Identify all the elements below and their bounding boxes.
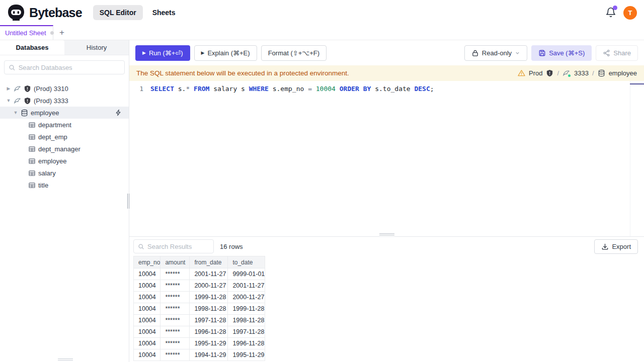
tab-databases[interactable]: Databases — [0, 40, 64, 55]
bytebase-logo[interactable]: Bytebase — [7, 4, 82, 22]
table-cell[interactable]: 10004 — [134, 315, 160, 326]
table-cell[interactable]: 2000-11-27 — [228, 292, 265, 303]
run-label: Run (⌘+⏎) — [149, 49, 183, 57]
table-cell[interactable]: ****** — [160, 268, 190, 280]
sidebar-table-dept_emp[interactable]: dept_emp — [0, 131, 129, 143]
tab-untitled-sheet[interactable]: Untitled Sheet — [0, 25, 53, 40]
table-cell[interactable]: 10004 — [134, 280, 160, 292]
database-label[interactable]: employee — [609, 69, 637, 77]
table-row[interactable]: 10004******1995-11-291996-11-28 — [134, 338, 265, 349]
caret-down-icon[interactable]: ▼ — [13, 110, 18, 115]
table-cell[interactable]: 10004 — [134, 268, 160, 280]
shield-icon — [24, 85, 31, 93]
table-name: department — [38, 121, 71, 129]
table-cell[interactable]: ****** — [160, 315, 190, 326]
header-right: T — [605, 6, 637, 20]
database-search-input[interactable] — [19, 64, 120, 71]
column-header-to_date[interactable]: to_date — [228, 256, 265, 268]
table-cell[interactable]: 1997-11-28 — [228, 326, 265, 338]
table-name: dept_emp — [38, 133, 67, 141]
table-cell[interactable]: 10004 — [134, 292, 160, 303]
editor-scrollbar[interactable] — [630, 81, 644, 236]
table-cell[interactable]: ****** — [160, 338, 190, 349]
readonly-mode-dropdown[interactable]: Read-only — [464, 45, 527, 61]
caret-right-icon[interactable]: ▶ — [6, 86, 11, 91]
sidebar-table-dept_manager[interactable]: dept_manager — [0, 143, 129, 155]
sql-editor[interactable]: 1 SELECT s.* FROM salary s WHERE s.emp_n… — [129, 81, 644, 236]
save-button[interactable]: Save (⌘+S) — [531, 45, 592, 61]
table-cell[interactable]: 1998-11-28 — [190, 303, 228, 315]
table-cell[interactable]: ****** — [160, 292, 190, 303]
nav-sheets[interactable]: Sheets — [146, 5, 182, 20]
results-resize-handle[interactable] — [379, 233, 394, 235]
brand-name: Bytebase — [29, 6, 82, 20]
table-row[interactable]: 10004******1994-11-291995-11-29 — [134, 349, 265, 361]
format-button[interactable]: Format (⇧+⌥+F) — [261, 45, 327, 61]
nav-sql-editor[interactable]: SQL Editor — [93, 5, 143, 20]
quick-action-bolt-icon[interactable] — [115, 109, 122, 116]
table-cell[interactable]: 1996-11-28 — [228, 338, 265, 349]
save-icon — [538, 49, 546, 57]
run-button[interactable]: ▶ Run (⌘+⏎) — [135, 45, 190, 61]
instance-label[interactable]: 3333 — [574, 69, 589, 77]
instance-prod-3333[interactable]: ▼ (Prod) 3333 — [0, 95, 129, 107]
export-button[interactable]: Export — [594, 239, 638, 254]
table-cell[interactable]: 1995-11-29 — [190, 338, 228, 349]
table-cell[interactable]: 1997-11-28 — [190, 315, 228, 326]
table-row[interactable]: 10004******1996-11-281997-11-28 — [134, 326, 265, 338]
avatar[interactable]: T — [623, 6, 637, 20]
table-cell[interactable]: 2001-11-27 — [228, 280, 265, 292]
row-count: 16 rows — [220, 243, 243, 250]
results-search-input[interactable] — [147, 243, 209, 250]
table-row[interactable]: 10004******2001-11-279999-01-01 — [134, 268, 265, 280]
caret-down-icon[interactable]: ▼ — [6, 98, 11, 103]
share-button[interactable]: Share — [596, 45, 638, 61]
table-row[interactable]: 10004******1998-11-281999-11-28 — [134, 303, 265, 315]
database-search[interactable] — [4, 60, 125, 74]
sheet-tab-strip: Untitled Sheet + — [0, 25, 644, 40]
table-cell[interactable]: 10004 — [134, 303, 160, 315]
column-header-amount[interactable]: amount — [160, 256, 190, 268]
table-cell[interactable]: 10004 — [134, 338, 160, 349]
results-table: emp_noamountfrom_dateto_date 10004******… — [133, 256, 265, 361]
table-cell[interactable]: 1999-11-28 — [190, 292, 228, 303]
table-cell[interactable]: 1995-11-29 — [228, 349, 265, 361]
sidebar-table-salary[interactable]: salary — [0, 167, 129, 179]
instance-prod-3310[interactable]: ▶ (Prod) 3310 — [0, 82, 129, 95]
table-cell[interactable]: 1999-11-28 — [228, 303, 265, 315]
sidebar-table-employee[interactable]: employee — [0, 155, 129, 167]
table-cell[interactable]: 2001-11-27 — [190, 268, 228, 280]
table-cell[interactable]: 1994-11-29 — [190, 349, 228, 361]
table-cell[interactable]: 10004 — [134, 326, 160, 338]
table-cell[interactable]: ****** — [160, 326, 190, 338]
instance-label: (Prod) 3333 — [34, 97, 68, 105]
table-cell[interactable]: 1996-11-28 — [190, 326, 228, 338]
line-number: 1 — [129, 85, 150, 93]
table-cell[interactable]: ****** — [160, 280, 190, 292]
environment-label[interactable]: Prod — [529, 69, 542, 77]
sidebar-horizontal-scrollbar[interactable] — [58, 358, 73, 360]
table-cell[interactable]: 2000-11-27 — [190, 280, 228, 292]
table-cell[interactable]: 1998-11-28 — [228, 315, 265, 326]
column-header-emp_no[interactable]: emp_no — [134, 256, 160, 268]
table-cell[interactable]: ****** — [160, 349, 190, 361]
table-cell[interactable]: 9999-01-01 — [228, 268, 265, 280]
add-sheet-button[interactable]: + — [53, 25, 70, 40]
search-icon — [138, 243, 144, 250]
results-search[interactable] — [133, 239, 214, 253]
notification-bell-icon[interactable] — [605, 7, 616, 18]
table-row[interactable]: 10004******1997-11-281998-11-28 — [134, 315, 265, 326]
explain-button[interactable]: ▶ Explain (⌘+E) — [194, 45, 257, 61]
table-row[interactable]: 10004******2000-11-272001-11-27 — [134, 280, 265, 292]
table-cell[interactable]: ****** — [160, 303, 190, 315]
table-row[interactable]: 10004******1999-11-282000-11-27 — [134, 292, 265, 303]
sidebar-table-department[interactable]: department — [0, 119, 129, 131]
code-line-1[interactable]: 1 SELECT s.* FROM salary s WHERE s.emp_n… — [129, 83, 644, 94]
database-icon — [21, 109, 28, 117]
tab-history[interactable]: History — [64, 40, 129, 55]
explain-label: Explain (⌘+E) — [207, 49, 250, 57]
sidebar-table-title[interactable]: title — [0, 179, 129, 191]
table-cell[interactable]: 10004 — [134, 349, 160, 361]
column-header-from_date[interactable]: from_date — [190, 256, 228, 268]
database-employee[interactable]: ▼ employee — [0, 107, 129, 119]
